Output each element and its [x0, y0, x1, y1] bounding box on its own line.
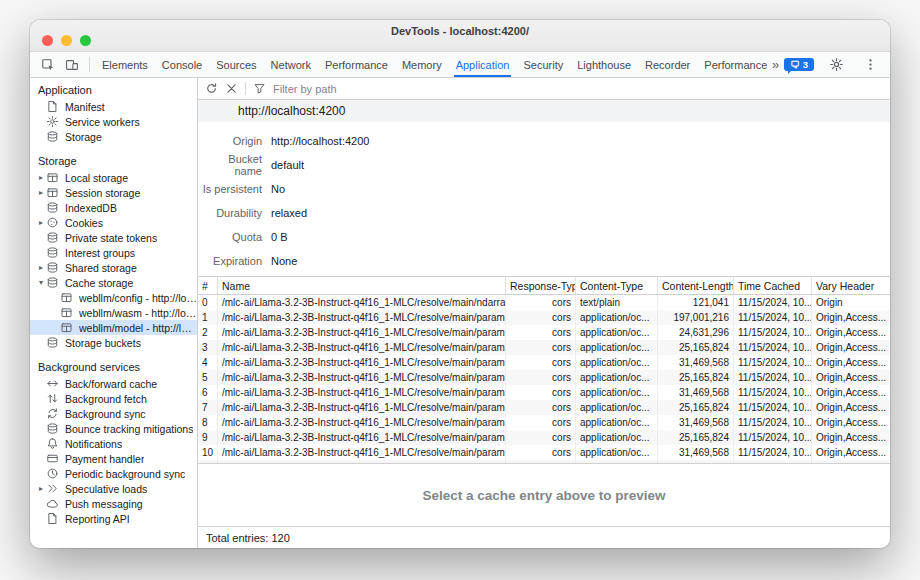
sidebar-item-indexeddb[interactable]: IndexedDB [30, 200, 197, 215]
window-title: DevTools - localhost:4200/ [30, 25, 890, 37]
cell-vary-header: Origin,Access... [812, 340, 890, 355]
sidebar-item-private-state-tokens[interactable]: Private state tokens [30, 230, 197, 245]
cloud-icon [46, 497, 61, 510]
sidebar-item-notifications[interactable]: Notifications [30, 436, 197, 451]
column-header-name[interactable]: Name [218, 277, 506, 294]
cache-entry-row[interactable]: 3/mlc-ai/Llama-3.2-3B-Instruct-q4f16_1-M… [198, 340, 890, 355]
sidebar-item-back-forward-cache[interactable]: Back/forward cache [30, 376, 197, 391]
cell-time-cached: 11/15/2024, 10... [734, 415, 812, 430]
table-icon [46, 171, 61, 184]
tab-network[interactable]: Network [264, 52, 318, 77]
cache-entry-row[interactable]: 6/mlc-ai/Llama-3.2-3B-Instruct-q4f16_1-M… [198, 385, 890, 400]
cache-entry-row[interactable]: 2/mlc-ai/Llama-3.2-3B-Instruct-q4f16_1-M… [198, 325, 890, 340]
sidebar-item-interest-groups[interactable]: Interest groups [30, 245, 197, 260]
field-row-bucket-name: Bucket namedefault [198, 153, 890, 177]
field-row-expiration: ExpirationNone [198, 249, 890, 273]
expander-expanded-icon[interactable]: ▾ [36, 275, 46, 290]
refresh-button[interactable] [205, 82, 218, 95]
sidebar-item-webllm-wasm-http-loca[interactable]: webllm/wasm - http://loca... [30, 305, 197, 320]
tab-performance[interactable]: Performance [318, 52, 395, 77]
sidebar-item-session-storage[interactable]: ▸Session storage [30, 185, 197, 200]
sidebar-item-background-sync[interactable]: Background sync [30, 406, 197, 421]
tab-application[interactable]: Application [449, 52, 517, 77]
close-window-button[interactable] [42, 35, 53, 46]
cell-content-type: application/oc... [576, 310, 658, 325]
filter-by-path-input[interactable] [273, 83, 453, 95]
settings-gear-button[interactable] [824, 57, 848, 72]
sidebar-item-webllm-model-http-loc[interactable]: webllm/model - http://loc... [30, 320, 197, 335]
cache-entry-row[interactable]: 4/mlc-ai/Llama-3.2-3B-Instruct-q4f16_1-M… [198, 355, 890, 370]
sidebar-item-payment-handler[interactable]: Payment handler [30, 451, 197, 466]
tab-lighthouse[interactable]: Lighthouse [570, 52, 638, 77]
cache-entry-row[interactable]: 10/mlc-ai/Llama-3.2-3B-Instruct-q4f16_1-… [198, 445, 890, 460]
gear-icon [829, 57, 844, 72]
cache-entry-row[interactable]: 8/mlc-ai/Llama-3.2-3B-Instruct-q4f16_1-M… [198, 415, 890, 430]
sidebar-item-manifest[interactable]: Manifest [30, 99, 197, 114]
cache-entry-row[interactable]: 1/mlc-ai/Llama-3.2-3B-Instruct-q4f16_1-M… [198, 310, 890, 325]
expander-collapsed-icon[interactable]: ▸ [36, 260, 46, 275]
minimize-window-button[interactable] [61, 35, 72, 46]
sidebar-item-label: Periodic background sync [65, 468, 185, 480]
sidebar-item-storage-buckets[interactable]: Storage buckets [30, 335, 197, 350]
column-header-index[interactable]: # [198, 277, 218, 294]
sidebar-item-background-fetch[interactable]: Background fetch [30, 391, 197, 406]
tab-security[interactable]: Security [516, 52, 570, 77]
sidebar-item-label: Storage [65, 131, 102, 143]
device-toolbar-button[interactable] [60, 52, 84, 77]
cache-entry-row[interactable]: 0/mlc-ai/Llama-3.2-3B-Instruct-q4f16_1-M… [198, 295, 890, 310]
tab-performance-insights[interactable]: Performance insights [697, 52, 767, 77]
sidebar-item-webllm-config-http-loc[interactable]: webllm/config - http://loc... [30, 290, 197, 305]
sidebar-item-bounce-tracking-mitigations[interactable]: Bounce tracking mitigations [30, 421, 197, 436]
sidebar-item-label: Manifest [65, 101, 105, 113]
sidebar-item-storage[interactable]: Storage [30, 129, 197, 144]
delete-selected-button[interactable] [225, 82, 238, 95]
column-header-response-type[interactable]: Response-Type [506, 277, 576, 294]
tab-recorder[interactable]: Recorder [638, 52, 697, 77]
field-row-origin: Originhttp://localhost:4200 [198, 129, 890, 153]
cell-content-length: 25,165,824 [658, 400, 734, 415]
cell-content-type: application/oc... [576, 370, 658, 385]
cell-num: 1 [198, 310, 218, 325]
column-header-content-type[interactable]: Content-Type [576, 277, 658, 294]
expander-collapsed-icon[interactable]: ▸ [36, 481, 46, 496]
tab-sources[interactable]: Sources [209, 52, 263, 77]
sidebar-item-reporting-api[interactable]: Reporting API [30, 511, 197, 526]
sidebar-item-push-messaging[interactable]: Push messaging [30, 496, 197, 511]
sidebar-item-periodic-background-sync[interactable]: Periodic background sync [30, 466, 197, 481]
cell-vary-header: Origin,Access... [812, 370, 890, 385]
column-header-time-cached[interactable]: Time Cached [734, 277, 812, 294]
cookie-icon [46, 216, 61, 229]
sidebar-item-service-workers[interactable]: Service workers [30, 114, 197, 129]
cache-entry-row[interactable]: 5/mlc-ai/Llama-3.2-3B-Instruct-q4f16_1-M… [198, 370, 890, 385]
cell-content-type: application/oc... [576, 325, 658, 340]
tab-elements[interactable]: Elements [95, 52, 155, 77]
sidebar-item-label: Notifications [65, 438, 122, 450]
toolbar-divider [89, 57, 90, 72]
sidebar-item-speculative-loads[interactable]: ▸Speculative loads [30, 481, 197, 496]
sidebar-item-local-storage[interactable]: ▸Local storage [30, 170, 197, 185]
tab-memory[interactable]: Memory [395, 52, 449, 77]
expander-collapsed-icon[interactable]: ▸ [36, 170, 46, 185]
cache-entry-row[interactable]: 7/mlc-ai/Llama-3.2-3B-Instruct-q4f16_1-M… [198, 400, 890, 415]
more-tabs-button[interactable]: » [767, 52, 784, 77]
sidebar-item-shared-storage[interactable]: ▸Shared storage [30, 260, 197, 275]
column-header-vary-header[interactable]: Vary Header [812, 277, 890, 294]
cell-time-cached: 11/15/2024, 10... [734, 295, 812, 310]
expander-collapsed-icon[interactable]: ▸ [36, 215, 46, 230]
kebab-menu-button[interactable] [858, 57, 882, 72]
sidebar-item-label: Local storage [65, 172, 128, 184]
inspect-element-button[interactable] [36, 52, 60, 77]
issues-counter-badge[interactable]: 🗨︎ 3 [784, 58, 814, 71]
column-header-content-length[interactable]: Content-Length [658, 277, 734, 294]
issues-count: 3 [803, 59, 808, 70]
zoom-window-button[interactable] [80, 35, 91, 46]
tab-console[interactable]: Console [155, 52, 209, 77]
sidebar-item-cache-storage[interactable]: ▾Cache storage [30, 275, 197, 290]
traffic-lights [42, 35, 91, 46]
sidebar-item-cookies[interactable]: ▸Cookies [30, 215, 197, 230]
section-title: Application [30, 82, 197, 99]
application-sidebar: ApplicationManifestService workersStorag… [30, 78, 198, 548]
cache-entry-row[interactable]: 9/mlc-ai/Llama-3.2-3B-Instruct-q4f16_1-M… [198, 430, 890, 445]
tab-label: Lighthouse [577, 59, 631, 71]
expander-collapsed-icon[interactable]: ▸ [36, 185, 46, 200]
